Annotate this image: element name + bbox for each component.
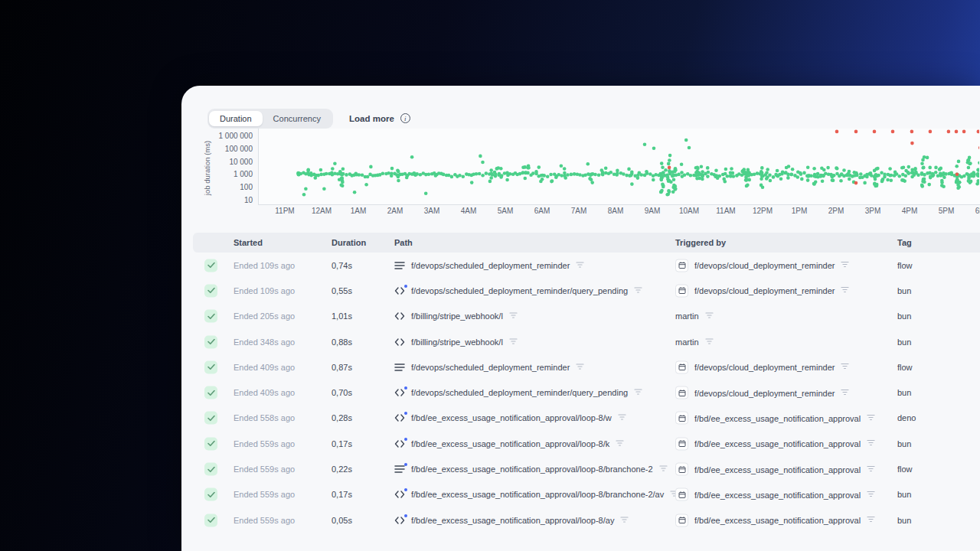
started-cell: Ended 559s ago — [234, 516, 295, 525]
path-cell: f/bd/ee_excess_usage_notification_approv… — [394, 439, 624, 448]
page-background: DurationConcurrency Load more i job dura… — [0, 0, 980, 551]
filter-icon[interactable] — [634, 286, 642, 295]
filter-icon[interactable] — [509, 311, 518, 321]
filter-icon[interactable] — [867, 516, 875, 525]
path-text[interactable]: f/devops/scheduled_deployment_reminder/q… — [411, 286, 628, 295]
success-check-icon — [204, 284, 217, 297]
x-tick-label: 1PM — [782, 207, 816, 215]
filter-icon[interactable] — [867, 413, 875, 422]
y-tick-label: 100 — [240, 183, 253, 191]
column-header-triggered-by: Triggered by — [675, 238, 726, 247]
filter-icon[interactable] — [509, 337, 518, 347]
triggered-by-text[interactable]: f/bd/ee_excess_usage_notification_approv… — [694, 516, 861, 525]
status-cell — [204, 488, 217, 501]
triggered-by-text[interactable]: f/devops/cloud_deployment_reminder — [694, 261, 835, 270]
triggered-by-text[interactable]: f/bd/ee_excess_usage_notification_approv… — [694, 490, 861, 499]
load-more-button[interactable]: Load more i — [349, 113, 410, 123]
table-row[interactable]: Ended 559s ago 0,22s f/bd/ee_excess_usag… — [193, 456, 980, 481]
path-text[interactable]: f/devops/scheduled_deployment_reminder/q… — [411, 388, 628, 397]
filter-icon[interactable] — [620, 516, 629, 525]
filter-icon[interactable] — [705, 311, 714, 321]
y-axis-title: job duration (ms) — [201, 130, 211, 207]
table-rows: Ended 109s ago 0,74s f/devops/scheduled_… — [193, 253, 980, 533]
tag-cell: bun — [897, 439, 911, 448]
table-row[interactable]: Ended 348s ago 0,88s f/billing/stripe_we… — [193, 329, 980, 354]
triggered-by-cell: f/devops/cloud_deployment_reminder — [675, 284, 849, 297]
started-cell: Ended 109s ago — [234, 261, 295, 270]
tab-concurrency[interactable]: Concurrency — [263, 111, 332, 126]
x-tick-label: 5PM — [929, 207, 963, 215]
table-row[interactable]: Ended 409s ago 0,87s f/devops/scheduled_… — [193, 354, 980, 380]
path-text[interactable]: f/devops/scheduled_deployment_reminder — [411, 261, 570, 270]
path-cell: f/billing/stripe_webhook/l — [394, 337, 518, 347]
triggered-by-cell: f/bd/ee_excess_usage_notification_approv… — [675, 514, 875, 527]
path-cell: f/devops/scheduled_deployment_reminder/q… — [394, 388, 642, 397]
column-header-tag: Tag — [897, 238, 912, 247]
filter-icon[interactable] — [841, 286, 849, 295]
path-text[interactable]: f/bd/ee_excess_usage_notification_approv… — [411, 465, 653, 474]
table-row[interactable]: Ended 559s ago 0,05s f/bd/ee_excess_usag… — [193, 507, 980, 533]
triggered-by-text[interactable]: f/devops/cloud_deployment_reminder — [694, 286, 835, 295]
new-badge-dot — [404, 438, 407, 441]
path-text[interactable]: f/bd/ee_excess_usage_notification_approv… — [411, 516, 614, 525]
tag-cell: bun — [897, 490, 911, 499]
new-badge-dot — [404, 285, 407, 288]
table-row[interactable]: Ended 109s ago 0,55s f/devops/scheduled_… — [193, 278, 980, 303]
flow-icon — [394, 465, 405, 474]
filter-icon[interactable] — [659, 465, 668, 474]
triggered-by-text[interactable]: martin — [675, 337, 699, 347]
table-row[interactable]: Ended 558s ago 0,28s f/bd/ee_excess_usag… — [193, 406, 980, 431]
status-cell — [204, 335, 217, 348]
code-icon — [394, 286, 405, 295]
x-tick-label: 3AM — [415, 207, 449, 215]
path-text[interactable]: f/bd/ee_excess_usage_notification_approv… — [411, 439, 609, 448]
table-row[interactable]: Ended 109s ago 0,74s f/devops/scheduled_… — [193, 253, 980, 278]
filter-icon[interactable] — [841, 363, 849, 372]
success-check-icon — [204, 463, 217, 476]
filter-icon[interactable] — [841, 261, 849, 270]
tag-cell: flow — [897, 465, 913, 474]
filter-icon[interactable] — [576, 363, 584, 372]
path-text[interactable]: f/billing/stripe_webhook/l — [411, 311, 503, 321]
table-row[interactable]: Ended 409s ago 0,70s f/devops/scheduled_… — [193, 380, 980, 405]
filter-icon[interactable] — [616, 439, 624, 448]
triggered-by-cell: f/devops/cloud_deployment_reminder — [675, 259, 849, 272]
table-row[interactable]: Ended 205s ago 1,01s f/billing/stripe_we… — [193, 304, 980, 329]
info-icon[interactable]: i — [400, 113, 410, 123]
filter-icon[interactable] — [634, 388, 642, 397]
y-tick-label: 10 000 — [229, 158, 253, 166]
status-cell — [204, 412, 217, 425]
triggered-by-text[interactable]: f/devops/cloud_deployment_reminder — [694, 388, 835, 397]
triggered-by-text[interactable]: martin — [675, 311, 699, 321]
table-row[interactable]: Ended 559s ago 0,17s f/bd/ee_excess_usag… — [193, 431, 980, 456]
started-cell: Ended 109s ago — [234, 286, 295, 295]
new-badge-dot — [404, 412, 407, 415]
x-tick-label: 8AM — [599, 207, 632, 215]
filter-icon[interactable] — [841, 388, 849, 397]
filter-icon[interactable] — [576, 261, 584, 270]
filter-icon[interactable] — [867, 465, 875, 474]
triggered-by-cell: f/bd/ee_excess_usage_notification_approv… — [675, 437, 875, 450]
triggered-by-text[interactable]: f/bd/ee_excess_usage_notification_approv… — [694, 465, 861, 474]
filter-icon[interactable] — [867, 490, 875, 499]
status-cell — [204, 284, 217, 297]
triggered-by-text[interactable]: f/devops/cloud_deployment_reminder — [694, 363, 835, 372]
new-badge-dot — [404, 514, 407, 517]
table-row[interactable]: Ended 559s ago 0,17s f/bd/ee_excess_usag… — [193, 482, 980, 507]
triggered-by-text[interactable]: f/bd/ee_excess_usage_notification_approv… — [694, 439, 861, 448]
path-text[interactable]: f/billing/stripe_webhook/l — [411, 337, 503, 347]
duration-cell: 0,74s — [332, 261, 352, 270]
path-text[interactable]: f/devops/scheduled_deployment_reminder — [411, 363, 570, 372]
x-tick-label: 2AM — [378, 207, 412, 215]
triggered-by-text[interactable]: f/bd/ee_excess_usage_notification_approv… — [694, 413, 861, 422]
path-text[interactable]: f/bd/ee_excess_usage_notification_approv… — [411, 490, 664, 499]
x-tick-label: 1AM — [341, 207, 375, 215]
path-text[interactable]: f/bd/ee_excess_usage_notification_approv… — [411, 413, 612, 422]
status-cell — [204, 386, 217, 399]
tab-duration[interactable]: Duration — [209, 111, 263, 126]
duration-cell: 0,22s — [332, 465, 352, 474]
filter-icon[interactable] — [618, 413, 626, 422]
filter-icon[interactable] — [867, 439, 875, 448]
path-cell: f/bd/ee_excess_usage_notification_approv… — [394, 490, 678, 499]
filter-icon[interactable] — [705, 337, 714, 347]
